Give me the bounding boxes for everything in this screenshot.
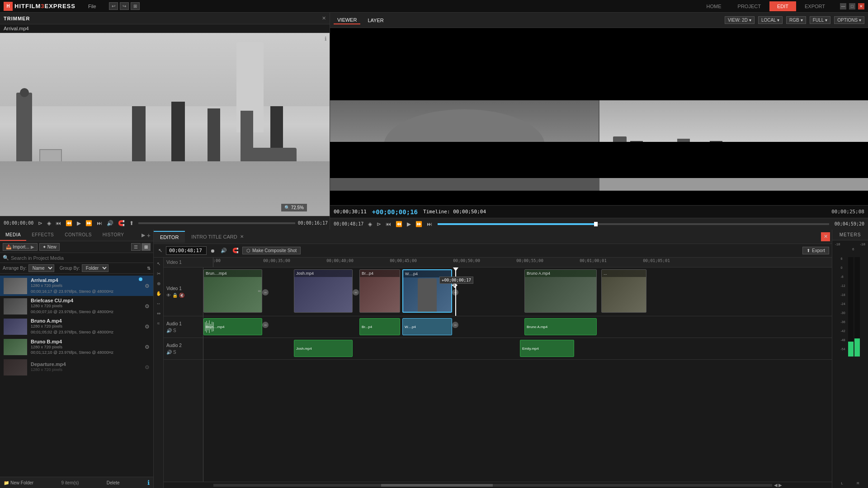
ruler-marks[interactable]: 0:00 00;00;35;00 00;00;40;00 00;00;45;00…: [213, 258, 832, 267]
audio-clip-br[interactable]: Br...p4: [359, 318, 400, 335]
timeline-fwd-btn[interactable]: ▶: [778, 483, 782, 488]
tool-select[interactable]: ↖: [155, 259, 163, 267]
search-input[interactable]: [11, 255, 151, 261]
tab-effects[interactable]: EFFECTS: [26, 230, 59, 241]
menu-file[interactable]: File: [85, 2, 100, 10]
tool-slide[interactable]: ↔: [155, 299, 163, 307]
redo-btn[interactable]: ↪: [120, 2, 129, 10]
tool-hand[interactable]: ✋: [155, 289, 163, 297]
tab-history[interactable]: HISTORY: [97, 230, 130, 241]
media-gear-4[interactable]: ⚙: [145, 344, 150, 350]
view-2d-dropdown[interactable]: VIEW: 2D ▾: [725, 16, 755, 24]
undo-btn[interactable]: ↩: [109, 2, 118, 10]
export-btn[interactable]: ⬆ Export: [802, 247, 829, 254]
media-gear-3[interactable]: ⚙: [145, 324, 150, 330]
trim-prev-btn[interactable]: ⏮: [54, 219, 63, 227]
audio2-mute-icon[interactable]: 🔊: [166, 350, 172, 355]
trim-start-btn[interactable]: ⊳: [36, 219, 44, 227]
audio-clip-w[interactable]: W....p4: [402, 318, 452, 335]
editor-select-btn[interactable]: ↖: [156, 247, 164, 254]
viewer-step-back-btn[interactable]: ⏪: [394, 220, 404, 228]
audio-clip-emily[interactable]: Emily.mp4: [520, 340, 574, 357]
new-btn[interactable]: ✦ New: [39, 243, 60, 251]
editor-record-btn[interactable]: ⏺: [208, 248, 217, 254]
nav-edit[interactable]: EDIT: [769, 1, 796, 11]
group-by-dropdown[interactable]: Folder: [82, 264, 108, 272]
grid-btn[interactable]: ⊞: [131, 2, 140, 10]
trimmer-progress-bar[interactable]: [138, 222, 295, 224]
trim-step-fwd-btn[interactable]: ⏩: [84, 219, 94, 227]
view-rgb-dropdown[interactable]: RGB ▾: [786, 16, 806, 24]
editor-audio-btn[interactable]: 🔊: [219, 247, 229, 254]
clip-w-selected[interactable]: W....p4: [402, 269, 452, 313]
audio-clip-brunoa[interactable]: Bruno A.mp4: [524, 318, 597, 335]
view-full-dropdown[interactable]: FULL ▾: [810, 16, 830, 24]
nav-export[interactable]: EXPORT: [797, 1, 833, 11]
new-folder-btn[interactable]: 📁 New Folder: [4, 480, 33, 485]
track-lock-icon[interactable]: 🔒: [172, 293, 178, 298]
audio-clip-brun[interactable]: Brun....mp4: [203, 318, 262, 335]
tab-add-btn[interactable]: +: [147, 232, 151, 239]
timeline-back-btn[interactable]: ◀: [774, 483, 778, 488]
clip-extra1[interactable]: ...: [601, 269, 646, 313]
sort-btn[interactable]: ⇅: [147, 266, 151, 271]
viewer-playhead[interactable]: [594, 222, 598, 226]
list-item[interactable]: Bruno B.mp4 1280 x 720 pixels 00;01;12;1…: [0, 337, 153, 357]
list-item[interactable]: Departure.mp4 1280 x 720 pixels ⚙: [0, 357, 153, 377]
clip-brunoa[interactable]: Bruno A.mp4: [524, 269, 597, 313]
audio1-solo-icon[interactable]: S: [173, 328, 176, 333]
tool-rate[interactable]: ≈: [155, 319, 163, 327]
timeline-scroll-track[interactable]: [213, 484, 772, 487]
trim-play-btn[interactable]: ▶: [75, 219, 83, 227]
trim-marker-btn[interactable]: ◈: [45, 219, 53, 227]
clip-br[interactable]: Br...p4: [359, 269, 400, 313]
tool-zoom[interactable]: ⊕: [155, 279, 163, 287]
tab-media[interactable]: MEDIA: [0, 230, 26, 241]
arrange-by-dropdown[interactable]: Name: [28, 264, 54, 272]
timeline-tracks[interactable]: +00;00;00;17 ✥ Brun....mp4: [203, 267, 832, 482]
tool-ripple[interactable]: ⇔: [155, 309, 163, 317]
tab-viewer[interactable]: VIEWER: [334, 16, 360, 24]
minimize-btn[interactable]: —: [840, 3, 846, 9]
media-gear-5[interactable]: ⚙: [145, 364, 150, 371]
editor-timecode-field[interactable]: [166, 246, 207, 255]
list-item[interactable]: Arrival.mp4 1280 x 720 pixels 00;00;16;1…: [0, 276, 153, 296]
tab-settings-btn[interactable]: ✕: [821, 232, 830, 241]
audio-clip-josh[interactable]: Josh.mp4: [294, 340, 353, 357]
trim-export-btn[interactable]: ⬆: [127, 219, 136, 227]
composite-btn[interactable]: ⬡ Make Composite Shot: [242, 247, 301, 254]
clip-josh[interactable]: Josh.mp4: [294, 269, 353, 313]
viewer-prev-btn[interactable]: ⏮: [384, 220, 393, 228]
trim-next-btn[interactable]: ⏭: [95, 219, 104, 227]
media-gear-2[interactable]: ⚙: [145, 303, 150, 310]
viewer-step-fwd-btn[interactable]: ⏩: [414, 220, 424, 228]
editor-snap-btn[interactable]: 🧲: [231, 247, 241, 254]
tab-layer[interactable]: LAYER: [364, 17, 387, 24]
track-visibility-icon[interactable]: 👁: [166, 293, 171, 298]
viewer-start-btn[interactable]: ⊳: [375, 220, 383, 228]
nav-home[interactable]: HOME: [699, 1, 729, 11]
audio2-solo-icon[interactable]: S: [173, 350, 176, 355]
tool-razor[interactable]: ✂: [155, 269, 163, 277]
timeline-scroll-thumb[interactable]: [381, 484, 493, 487]
tab-intro-title[interactable]: INTRO TITLE CARD ✕: [185, 231, 250, 242]
tab-intro-close[interactable]: ✕: [240, 234, 244, 239]
tab-editor[interactable]: EDITOR: [154, 231, 185, 243]
clip-brun[interactable]: Brun....mp4 ∞: [203, 269, 262, 313]
tab-more-btn[interactable]: ▶: [142, 232, 145, 238]
trimmer-close[interactable]: ✕: [322, 15, 326, 21]
grid-view-btn[interactable]: ⊞: [142, 243, 151, 251]
view-options-dropdown[interactable]: OPTIONS ▾: [834, 16, 864, 24]
list-view-btn[interactable]: ☰: [131, 243, 141, 251]
trimmer-info-btn[interactable]: ℹ: [325, 36, 327, 42]
nav-project[interactable]: PROJECT: [730, 1, 769, 11]
view-local-dropdown[interactable]: LOCAL ▾: [758, 16, 783, 24]
track-mute-icon[interactable]: 🔇: [179, 293, 184, 298]
viewer-marker-btn[interactable]: ◈: [366, 220, 374, 228]
audio1-mute-icon[interactable]: 🔊: [166, 328, 172, 333]
viewer-progress-bar[interactable]: [438, 223, 829, 225]
trim-audio-btn[interactable]: 🔊: [105, 219, 115, 227]
close-btn[interactable]: ✕: [858, 3, 864, 9]
media-gear-1[interactable]: ⚙: [145, 283, 150, 289]
trim-step-back-btn[interactable]: ⏪: [64, 219, 74, 227]
